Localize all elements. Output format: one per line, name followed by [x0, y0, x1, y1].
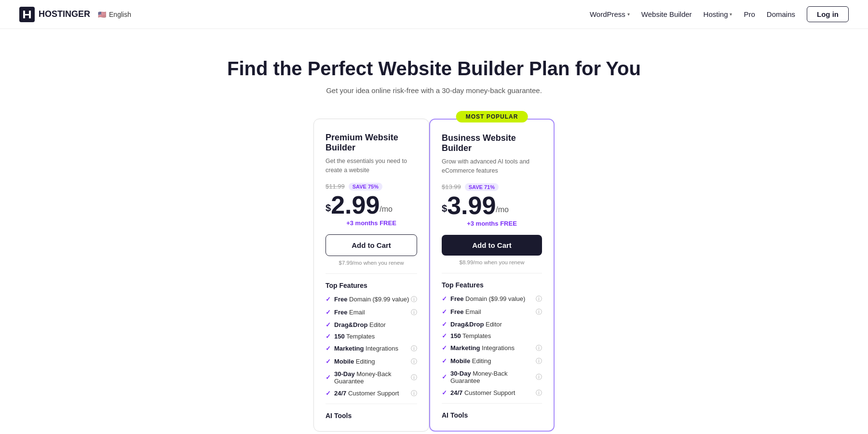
logo[interactable]: HOSTINGER — [19, 7, 90, 22]
price-row-business: $13.99 SAVE 71% — [442, 183, 542, 191]
price-dollar-business: $ — [442, 203, 447, 214]
original-price-business: $13.99 — [442, 183, 461, 190]
nav-item-hosting[interactable]: Hosting ▾ — [704, 10, 732, 18]
page-title: Find the Perfect Website Builder Plan fo… — [19, 58, 849, 80]
feature-templates-business: ✓ 150 Templates — [442, 332, 542, 339]
plan-card-business: MOST POPULAR Business Website Builder Gr… — [429, 119, 555, 432]
price-display-premium: $ 2.99 /mo — [326, 192, 417, 217]
chevron-down-icon: ▾ — [730, 12, 732, 17]
info-icon[interactable]: ⓘ — [536, 308, 542, 316]
divider2-premium — [326, 404, 417, 404]
check-icon: ✓ — [442, 344, 447, 352]
info-icon[interactable]: ⓘ — [411, 373, 417, 382]
info-icon[interactable]: ⓘ — [411, 357, 417, 366]
info-icon[interactable]: ⓘ — [411, 389, 417, 398]
feature-email-business: ✓ Free Email ⓘ — [442, 308, 542, 316]
feature-moneyback-business: ✓ 30-Day Money-Back Guarantee ⓘ — [442, 370, 542, 384]
feature-dragdrop-business: ✓ Drag&Drop Editor — [442, 321, 542, 328]
info-icon[interactable]: ⓘ — [536, 373, 542, 381]
feature-support-business: ✓ 24/7 Customer Support ⓘ — [442, 389, 542, 397]
logo-text: HOSTINGER — [39, 9, 90, 19]
check-icon: ✓ — [326, 390, 331, 397]
nav-item-pro[interactable]: Pro — [744, 10, 755, 18]
plan-desc-premium: Get the essentials you need to create a … — [326, 157, 417, 175]
feature-marketing-premium: ✓ Marketing Integrations ⓘ — [326, 344, 417, 353]
original-price-premium: $11.99 — [326, 183, 345, 190]
divider-premium — [326, 273, 417, 274]
check-icon: ✓ — [326, 296, 331, 303]
check-icon: ✓ — [442, 373, 447, 380]
check-icon: ✓ — [326, 345, 331, 352]
plan-card-premium: Premium Website Builder Get the essentia… — [313, 119, 429, 432]
hero-section: Find the Perfect Website Builder Plan fo… — [0, 29, 868, 109]
info-icon[interactable]: ⓘ — [536, 389, 542, 397]
logo-icon — [19, 7, 35, 22]
chevron-down-icon: ▾ — [627, 12, 630, 17]
divider2-business — [442, 403, 542, 404]
check-icon: ✓ — [442, 321, 447, 328]
price-mo-premium: /mo — [380, 205, 393, 214]
info-icon[interactable]: ⓘ — [536, 357, 542, 366]
feature-dragdrop-premium: ✓ Drag&Drop Editor — [326, 321, 417, 328]
nav-item-wordpress[interactable]: WordPress ▾ — [590, 10, 630, 18]
feature-mobile-premium: ✓ Mobile Editing ⓘ — [326, 357, 417, 366]
check-icon: ✓ — [326, 374, 331, 381]
check-icon: ✓ — [442, 332, 447, 339]
info-icon[interactable]: ⓘ — [536, 344, 542, 353]
add-to-cart-business[interactable]: Add to Cart — [442, 235, 542, 256]
flag-icon: 🇺🇸 — [98, 11, 106, 18]
feature-mobile-business: ✓ Mobile Editing ⓘ — [442, 357, 542, 366]
features-title-business: Top Features — [442, 281, 542, 289]
check-icon: ✓ — [442, 389, 447, 396]
plan-title-premium: Premium Website Builder — [326, 133, 417, 153]
check-icon: ✓ — [326, 309, 331, 316]
price-display-business: $ 3.99 /mo — [442, 193, 542, 218]
plan-desc-business: Grow with advanced AI tools and eCommerc… — [442, 157, 542, 176]
divider-business — [442, 273, 542, 273]
feature-domain-premium: ✓ Free Domain ($9.99 value) ⓘ — [326, 295, 417, 304]
renew-text-premium: $7.99/mo when you renew — [326, 260, 417, 266]
price-row-premium: $11.99 SAVE 75% — [326, 183, 417, 190]
save-badge-business: SAVE 71% — [465, 183, 499, 191]
language-selector[interactable]: 🇺🇸 English — [98, 11, 131, 18]
info-icon[interactable]: ⓘ — [411, 308, 417, 317]
check-icon: ✓ — [326, 321, 331, 328]
feature-email-premium: ✓ Free Email ⓘ — [326, 308, 417, 317]
info-icon[interactable]: ⓘ — [411, 344, 417, 353]
plan-title-business: Business Website Builder — [442, 133, 542, 153]
ai-tools-title-premium: AI Tools — [326, 412, 417, 420]
nav-left: HOSTINGER 🇺🇸 English — [19, 7, 131, 22]
ai-tools-title-business: AI Tools — [442, 411, 542, 419]
free-months-business: +3 months FREE — [442, 220, 542, 227]
check-icon: ✓ — [442, 308, 447, 315]
feature-domain-business: ✓ Free Domain ($9.99 value) ⓘ — [442, 295, 542, 303]
feature-marketing-business: ✓ Marketing Integrations ⓘ — [442, 344, 542, 353]
price-mo-business: /mo — [496, 205, 509, 214]
lang-label: English — [109, 11, 131, 18]
plans-container: Premium Website Builder Get the essentia… — [0, 109, 868, 434]
save-badge-premium: SAVE 75% — [349, 183, 382, 190]
features-title-premium: Top Features — [326, 282, 417, 289]
navbar: HOSTINGER 🇺🇸 English WordPress ▾ Website… — [0, 0, 868, 29]
check-icon: ✓ — [326, 358, 331, 365]
nav-item-domains[interactable]: Domains — [767, 10, 795, 18]
hero-subtitle: Get your idea online risk-free with a 30… — [19, 86, 849, 95]
check-icon: ✓ — [442, 357, 447, 365]
info-icon[interactable]: ⓘ — [536, 295, 542, 303]
price-number-business: 3.99 — [447, 193, 496, 218]
renew-text-business: $8.99/mo when you renew — [442, 259, 542, 265]
check-icon: ✓ — [326, 333, 331, 340]
nav-right: WordPress ▾ Website Builder Hosting ▾ Pr… — [590, 6, 849, 22]
price-dollar-premium: $ — [326, 203, 331, 214]
info-icon[interactable]: ⓘ — [411, 295, 417, 304]
feature-moneyback-premium: ✓ 30-Day Money-Back Guarantee ⓘ — [326, 370, 417, 385]
most-popular-badge: MOST POPULAR — [456, 111, 528, 122]
nav-item-website-builder[interactable]: Website Builder — [641, 10, 692, 18]
price-number-premium: 2.99 — [331, 192, 380, 217]
login-button[interactable]: Log in — [807, 6, 849, 22]
feature-support-premium: ✓ 24/7 Customer Support ⓘ — [326, 389, 417, 398]
add-to-cart-premium[interactable]: Add to Cart — [326, 234, 417, 256]
feature-templates-premium: ✓ 150 Templates — [326, 333, 417, 340]
check-icon: ✓ — [442, 295, 447, 302]
free-months-premium: +3 months FREE — [326, 219, 417, 227]
